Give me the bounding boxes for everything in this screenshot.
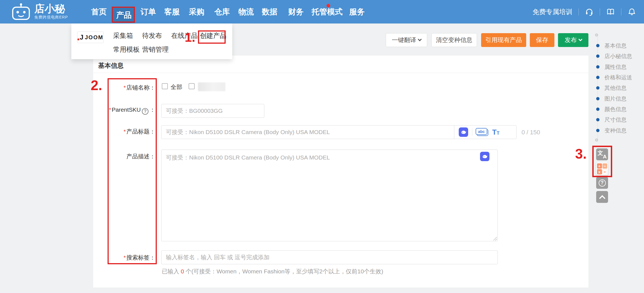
calc-times: x	[597, 169, 602, 174]
translate-zh-glyph: 文	[598, 149, 603, 157]
nav-item-warehouse[interactable]: 仓库	[214, 0, 230, 23]
divider	[600, 8, 600, 15]
publish-button[interactable]: 发布	[558, 33, 588, 47]
anchor-other-info[interactable]: 其他信息	[604, 84, 627, 92]
translate-tool-button[interactable]: 文 A	[596, 148, 608, 160]
divider	[578, 8, 579, 15]
help-docs-icon[interactable]	[606, 7, 615, 16]
menu-item-marketing[interactable]: 营销管理	[142, 45, 169, 54]
nav-item-purchasing[interactable]: 采购	[189, 0, 204, 23]
divider	[472, 128, 472, 136]
anchor-dot[interactable]	[596, 86, 599, 90]
help-tool-button[interactable]: ?	[596, 177, 608, 189]
menu-item-common-templates[interactable]: 常用模板	[113, 45, 140, 54]
nav-item-services[interactable]: 服务	[349, 0, 365, 23]
parent-sku-help-icon[interactable]: ?	[142, 108, 148, 115]
reference-existing-label: 引用现有产品	[486, 36, 522, 44]
anchor-dot[interactable]	[596, 118, 599, 121]
parent-sku-input[interactable]	[161, 104, 264, 118]
search-tags-label: *搜索标签：	[83, 254, 155, 261]
clear-variant-info-button[interactable]: 清空变种信息	[431, 33, 477, 47]
clear-variant-label: 清空变种信息	[436, 36, 473, 44]
required-asterisk: *	[124, 254, 126, 261]
store-all-checkbox[interactable]	[162, 83, 168, 89]
anchor-price-shipping[interactable]: 价格和运送	[604, 74, 632, 81]
anchor-dot[interactable]	[596, 108, 599, 111]
anchor-dot[interactable]	[596, 54, 599, 58]
nav-item-managed-mode[interactable]: 托管模式	[312, 0, 343, 23]
anchor-dot[interactable]	[596, 44, 599, 47]
save-button[interactable]: 保存	[530, 33, 554, 47]
anchor-size-info[interactable]: 尺寸信息	[604, 116, 627, 124]
anchor-dot[interactable]	[596, 76, 599, 79]
product-title-input[interactable]	[161, 125, 454, 139]
anchor-basic-info[interactable]: 基本信息	[604, 42, 627, 49]
product-description-textarea[interactable]	[161, 150, 498, 241]
parent-sku-label: *ParentSKU?：	[83, 106, 155, 115]
joom-logo-j: J	[80, 33, 83, 41]
robot-logo-icon	[11, 3, 32, 20]
store-shop-checkbox[interactable]	[189, 83, 195, 89]
translate-en-glyph: A	[603, 154, 607, 160]
menu-item-create-product[interactable]: 创建产品	[200, 31, 226, 40]
product-description-label: 产品描述：	[83, 153, 155, 160]
anchor-dot[interactable]	[596, 65, 599, 69]
one-click-translate-label: 一键翻译	[392, 36, 416, 44]
page: 店小秘 免费跨境电商ERP 首页 产品 订单 客服 采购 仓库 物流 数据 财务…	[0, 0, 644, 293]
nav-item-orders[interactable]: 订单	[140, 0, 156, 23]
anchor-image-info[interactable]: 图片信息	[604, 95, 627, 103]
managed-mode-badge	[327, 4, 330, 7]
menu-item-collection-box[interactable]: 采集箱	[113, 31, 133, 40]
letter-case-icon[interactable]: TT	[492, 128, 499, 137]
app-logo[interactable]: 店小秘 免费跨境电商ERP	[11, 3, 68, 20]
one-click-translate-button[interactable]: 一键翻译	[386, 33, 427, 47]
logo-text: 店小秘 免费跨境电商ERP	[34, 3, 68, 20]
anchor-rail-top-circle	[595, 33, 598, 36]
chevron-down-icon	[418, 37, 422, 41]
title-tools-group: abc TT	[454, 125, 517, 139]
search-tags-input[interactable]	[161, 250, 498, 264]
nav-item-data[interactable]: 数据	[262, 0, 277, 23]
headset-icon[interactable]	[585, 7, 594, 16]
free-training-link[interactable]: 免费专属培训	[533, 7, 572, 16]
joom-logo-dot	[77, 38, 79, 40]
anchor-dot[interactable]	[596, 97, 599, 100]
nav-item-product[interactable]: 产品	[113, 7, 135, 23]
nav-item-home[interactable]: 首页	[91, 0, 107, 23]
menu-item-pending-publish[interactable]: 待发布	[142, 31, 162, 40]
store-shop-name-redacted	[198, 82, 225, 91]
product-title-label: *产品标题：	[83, 128, 155, 135]
logo-title: 店小秘	[34, 3, 68, 14]
required-asterisk: *	[109, 106, 111, 113]
anchor-rail-bottom-circle	[595, 138, 598, 142]
calculator-tool-button[interactable]: + − x =	[596, 163, 608, 175]
reference-existing-product-button[interactable]: 引用现有产品	[481, 33, 526, 47]
anchor-color-info[interactable]: 颜色信息	[604, 106, 627, 113]
title-char-counter: 0 / 150	[522, 129, 540, 136]
calc-plus: +	[597, 163, 602, 169]
translate-whale-icon[interactable]	[459, 127, 468, 137]
back-to-top-button[interactable]	[596, 191, 608, 203]
nav-right-group: 免费专属培训	[533, 0, 636, 23]
description-translate-whale-icon[interactable]	[480, 152, 489, 161]
question-mark-icon: ?	[599, 179, 606, 187]
spellcheck-icon[interactable]: abc	[476, 128, 489, 136]
nav-item-finance[interactable]: 财务	[288, 0, 304, 23]
anchor-variant-info[interactable]: 变种信息	[604, 127, 627, 134]
divider	[621, 8, 621, 15]
joom-platform-button[interactable]: J JOOM	[77, 32, 104, 43]
nav-item-service-desk[interactable]: 客服	[164, 0, 180, 23]
section-divider	[93, 73, 588, 73]
anchor-attribute-info[interactable]: 属性信息	[604, 63, 627, 71]
anchor-dot[interactable]	[596, 129, 599, 132]
product-dropdown-menu: J JOOM 采集箱 待发布 在线产品 创建产品 常用模板 营销管理	[71, 23, 232, 59]
publish-label: 发布	[565, 36, 577, 44]
nav-item-logistics[interactable]: 物流	[238, 0, 254, 23]
anchor-dianxiaomi-info[interactable]: 店小秘信息	[604, 53, 632, 60]
save-label: 保存	[536, 36, 548, 44]
calc-equals: =	[603, 169, 608, 174]
section-title: 基本信息	[98, 61, 124, 70]
chevron-up-icon	[599, 195, 605, 201]
menu-item-online-products[interactable]: 在线产品	[171, 31, 198, 40]
notifications-bell-icon[interactable]	[627, 7, 636, 16]
